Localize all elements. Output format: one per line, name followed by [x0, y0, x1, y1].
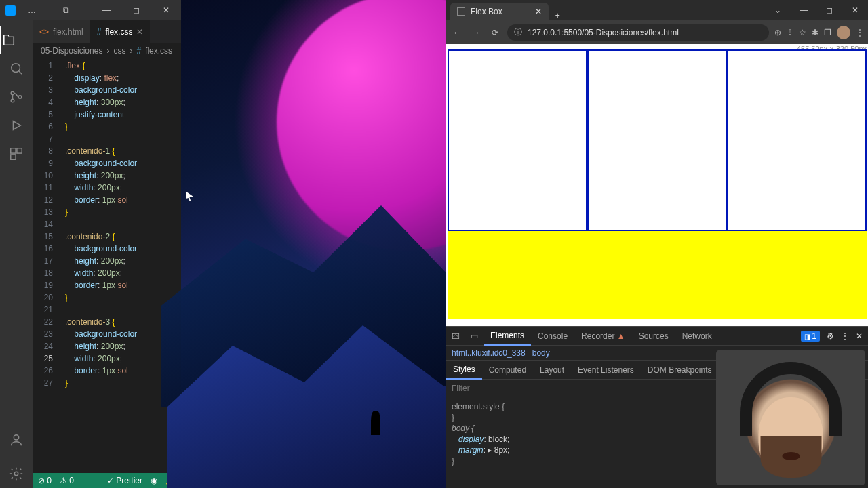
tab-flex-html[interactable]: <> flex.html	[33, 20, 90, 43]
flex-container	[448, 49, 867, 231]
activity-bar	[0, 20, 33, 488]
subtab-dom-breakpoints[interactable]: DOM Breakpoints	[641, 361, 719, 380]
flex-item-2	[587, 49, 727, 231]
close-button[interactable]: ✕	[151, 0, 181, 20]
subtab-computed[interactable]: Computed	[482, 361, 533, 380]
tab-label: flex.css	[105, 27, 132, 37]
vscode-app-menu[interactable]: …	[28, 5, 36, 15]
close-tab-icon[interactable]: ✕	[136, 27, 143, 37]
chrome-toolbar: ← → ⟳ ⓘ 127.0.0.1:5500/05-Disposiciones/…	[446, 20, 868, 44]
svg-point-7	[14, 435, 18, 440]
devtools-menu-icon[interactable]: ⋮	[841, 331, 849, 341]
favicon-icon	[457, 7, 465, 16]
tab-flex-css[interactable]: # flex.css ✕	[90, 20, 151, 43]
accounts-icon[interactable]	[9, 426, 24, 454]
forward-button[interactable]: →	[469, 28, 483, 37]
subtab-styles[interactable]: Styles	[446, 361, 482, 380]
flex-item-3	[727, 49, 867, 231]
breadcrumb[interactable]: 05-Disposiciones › css › # flex.css	[33, 43, 181, 58]
svg-point-0	[12, 64, 20, 73]
webcam-face	[759, 397, 823, 475]
search-icon[interactable]	[9, 54, 24, 83]
minimize-button[interactable]: —	[92, 0, 121, 20]
svg-rect-5	[17, 148, 22, 153]
vscode-titlebar[interactable]: … ⧉ — ◻ ✕	[0, 0, 181, 20]
webcam-mouth	[782, 452, 800, 460]
tab-title: Flex Box	[471, 7, 502, 16]
svg-rect-6	[11, 155, 16, 159]
svg-point-3	[18, 96, 22, 99]
chrome-tab[interactable]: Flex Box ✕	[450, 3, 549, 20]
status-bar: ⊘ 0 ⚠ 0 ✓ Prettier ◉ 🔔	[33, 473, 181, 488]
devtools-main-tabs: ⮹ ▭ Elements Console Recorder ▲ Sources …	[446, 327, 868, 346]
tab-label: flex.html	[53, 27, 83, 37]
code-editor[interactable]: 1.flex {2 display: flex;3 background-col…	[33, 58, 181, 473]
panel-layout-icon[interactable]: ⧉	[63, 5, 69, 15]
devtools-close-icon[interactable]: ✕	[856, 331, 863, 341]
inspect-element-icon[interactable]: ⮹	[446, 331, 465, 341]
device-toggle-icon[interactable]: ▭	[465, 331, 484, 341]
close-tab-icon[interactable]: ✕	[535, 7, 542, 16]
page-viewport: 455.50px × 320.50px	[446, 44, 868, 326]
run-debug-icon[interactable]	[9, 111, 24, 140]
back-button[interactable]: ←	[450, 28, 464, 37]
explorer-icon[interactable]	[0, 26, 33, 54]
svg-point-8	[14, 472, 18, 476]
status-errors[interactable]: ⊘ 0	[38, 476, 52, 485]
tab-network[interactable]: Network	[675, 327, 719, 346]
css-file-icon: #	[97, 27, 102, 37]
vscode-window: … ⧉ — ◻ ✕ <> flex.html #	[0, 0, 181, 488]
share-icon[interactable]: ⇪	[787, 28, 793, 37]
new-tab-button[interactable]: +	[555, 11, 560, 20]
source-control-icon[interactable]	[9, 83, 24, 111]
zoom-icon[interactable]: ⊕	[774, 28, 781, 37]
chrome-tab-strip: Flex Box ✕ + ⌄ — ◻ ✕	[446, 0, 868, 20]
wallpaper-figure	[371, 411, 380, 435]
tab-sources[interactable]: Sources	[632, 327, 675, 346]
settings-gear-icon[interactable]	[9, 460, 24, 488]
css-file-icon: #	[136, 46, 141, 56]
editor-tabs: <> flex.html # flex.css ✕	[33, 20, 181, 43]
side-panel-icon[interactable]: ❐	[824, 28, 831, 37]
tab-recorder[interactable]: Recorder ▲	[574, 327, 632, 346]
svg-point-2	[11, 99, 14, 102]
svg-point-1	[11, 92, 14, 95]
maximize-button[interactable]: ◻	[816, 0, 842, 20]
vscode-logo-icon	[5, 5, 16, 16]
devtools-settings-icon[interactable]: ⚙	[827, 331, 834, 341]
kebab-menu-icon[interactable]: ⋮	[856, 28, 864, 37]
status-prettier[interactable]: ✓ Prettier	[107, 476, 142, 485]
address-bar[interactable]: ⓘ 127.0.0.1:5500/05-Disposiciones/flex.h…	[507, 24, 769, 41]
subtab-event-listeners[interactable]: Event Listeners	[571, 361, 641, 380]
svg-rect-4	[11, 148, 16, 153]
recorder-beta-icon: ▲	[617, 331, 625, 341]
profile-avatar[interactable]	[837, 26, 850, 39]
minimize-button[interactable]: —	[791, 0, 816, 20]
webcam-overlay	[716, 350, 865, 485]
tab-elements[interactable]: Elements	[484, 327, 531, 346]
tab-console[interactable]: Console	[531, 327, 574, 346]
html-file-icon: <>	[39, 27, 49, 37]
yellow-block	[448, 231, 867, 319]
maximize-button[interactable]: ◻	[121, 0, 151, 20]
tabs-dropdown-icon[interactable]: ⌄	[765, 0, 791, 20]
status-broadcast-icon[interactable]: ◉	[151, 476, 157, 485]
extensions-icon[interactable]	[9, 140, 24, 168]
flex-item-1	[448, 49, 587, 231]
reload-button[interactable]: ⟳	[488, 28, 502, 37]
issues-badge[interactable]: ◨ 1	[801, 331, 820, 342]
desktop-wallpaper	[181, 0, 446, 488]
subtab-layout[interactable]: Layout	[533, 361, 571, 380]
extensions-puzzle-icon[interactable]: ✱	[812, 28, 818, 37]
url-text: 127.0.0.1:5500/05-Disposiciones/flex.htm…	[528, 28, 679, 37]
status-warnings[interactable]: ⚠ 0	[60, 476, 74, 485]
bookmark-star-icon[interactable]: ☆	[799, 28, 806, 37]
site-info-icon[interactable]: ⓘ	[514, 26, 522, 38]
close-button[interactable]: ✕	[842, 0, 868, 20]
